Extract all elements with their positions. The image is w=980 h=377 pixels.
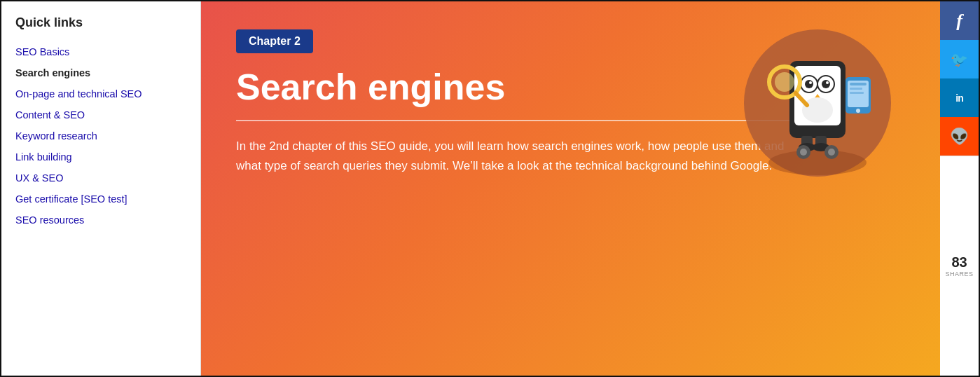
main-content: Chapter 2 Search engines In the 2nd chap… bbox=[201, 1, 940, 376]
facebook-button[interactable]: f bbox=[940, 1, 979, 40]
svg-rect-23 bbox=[850, 92, 864, 94]
linkedin-button[interactable]: in bbox=[940, 78, 979, 117]
chapter-description: In the 2nd chapter of this SEO guide, yo… bbox=[236, 137, 810, 176]
svg-point-24 bbox=[856, 109, 860, 113]
svg-point-26 bbox=[800, 149, 807, 156]
svg-rect-22 bbox=[850, 88, 862, 90]
sidebar-link-seo-basics[interactable]: SEO Basics bbox=[15, 43, 186, 61]
svg-rect-21 bbox=[850, 83, 867, 85]
svg-point-28 bbox=[828, 149, 835, 156]
svg-point-8 bbox=[809, 81, 812, 84]
shares-count-box: 83 SHARES bbox=[940, 156, 979, 376]
svg-point-1 bbox=[768, 150, 867, 175]
sidebar-nav: SEO BasicsSearch enginesOn-page and tech… bbox=[15, 43, 186, 229]
social-sidebar: f 🐦 in 👽 83 SHARES bbox=[940, 1, 979, 376]
sidebar-link-on-page-seo[interactable]: On-page and technical SEO bbox=[15, 85, 186, 103]
svg-point-9 bbox=[826, 81, 829, 84]
svg-point-11 bbox=[802, 97, 833, 123]
sidebar-link-link-building[interactable]: Link building bbox=[15, 148, 186, 166]
sidebar-link-content-seo[interactable]: Content & SEO bbox=[15, 106, 186, 124]
shares-label: SHARES bbox=[945, 270, 973, 277]
linkedin-icon: in bbox=[955, 92, 962, 104]
sidebar-title: Quick links bbox=[15, 15, 186, 30]
svg-point-17 bbox=[775, 72, 794, 92]
facebook-icon: f bbox=[956, 11, 962, 32]
shares-number: 83 bbox=[951, 254, 967, 270]
chapter-illustration bbox=[737, 22, 898, 184]
chapter-divider bbox=[236, 120, 810, 121]
twitter-icon: 🐦 bbox=[951, 51, 968, 68]
sidebar-link-seo-resources[interactable]: SEO resources bbox=[15, 211, 186, 229]
page-wrapper: Quick links SEO BasicsSearch enginesOn-p… bbox=[0, 0, 980, 377]
twitter-button[interactable]: 🐦 bbox=[940, 40, 979, 78]
sidebar: Quick links SEO BasicsSearch enginesOn-p… bbox=[1, 1, 201, 376]
sidebar-link-search-engines[interactable]: Search engines bbox=[15, 64, 186, 82]
chapter-badge: Chapter 2 bbox=[236, 29, 313, 53]
reddit-icon: 👽 bbox=[950, 128, 969, 146]
sidebar-link-keyword-research[interactable]: Keyword research bbox=[15, 127, 186, 145]
svg-point-7 bbox=[822, 80, 830, 88]
sidebar-link-certificate[interactable]: Get certificate [SEO test] bbox=[15, 190, 186, 208]
svg-point-6 bbox=[805, 80, 813, 88]
sidebar-link-ux-seo[interactable]: UX & SEO bbox=[15, 169, 186, 187]
reddit-button[interactable]: 👽 bbox=[940, 117, 979, 156]
